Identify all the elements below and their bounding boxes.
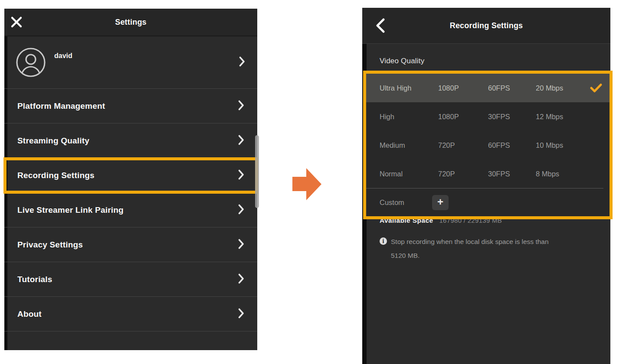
sidebar-item-live-streamer-link-pairing[interactable]: Live Streamer Link Pairing — [4, 193, 257, 228]
sidebar-item-privacy-settings[interactable]: Privacy Settings — [4, 228, 257, 262]
quality-row-custom: Custom + — [366, 188, 603, 217]
note-text: Stop recording when the local disk space… — [391, 237, 549, 260]
quality-name: Medium — [380, 141, 438, 150]
settings-panel: Settings david Platform Management Strea… — [4, 9, 257, 350]
quality-fps: 60FPS — [488, 84, 536, 92]
quality-resolution: 1080P — [438, 113, 488, 121]
sidebar-item-about[interactable]: About — [4, 297, 257, 332]
close-button[interactable] — [4, 9, 29, 36]
recording-settings-panel: Recording Settings Video Quality Ultra H… — [362, 8, 610, 364]
quality-name: Normal — [380, 170, 438, 178]
quality-bitrate: 8 Mbps — [536, 170, 590, 178]
chevron-right-icon — [238, 169, 244, 182]
sidebar-item-streaming-quality[interactable]: Streaming Quality — [4, 124, 257, 158]
settings-header: Settings — [4, 9, 257, 36]
flow-arrow — [291, 167, 324, 202]
sidebar-item-tutorials[interactable]: Tutorials — [4, 262, 257, 297]
chevron-right-icon — [238, 135, 244, 147]
video-quality-section-label: Video Quality — [362, 57, 610, 65]
note-line-2: 5120 MB. — [391, 251, 549, 260]
menu-item-label: Privacy Settings — [17, 240, 83, 250]
back-button[interactable] — [368, 12, 393, 39]
selected-check-icon — [590, 83, 602, 93]
chevron-right-icon — [238, 204, 244, 216]
chevron-right-icon — [238, 100, 244, 112]
quality-resolution: 1080P — [438, 84, 488, 92]
menu-item-label: Live Streamer Link Pairing — [17, 205, 124, 215]
quality-fps: 60FPS — [488, 141, 536, 150]
scrollbar-thumb[interactable] — [255, 135, 259, 208]
sidebar-item-recording-settings[interactable]: Recording Settings — [4, 158, 257, 193]
add-custom-quality-button[interactable]: + — [432, 195, 449, 210]
chevron-right-icon — [239, 56, 245, 68]
plus-icon: + — [437, 195, 443, 209]
user-avatar-icon — [15, 47, 46, 78]
chevron-right-icon — [238, 273, 244, 286]
quality-row-normal[interactable]: Normal 720P 30FPS 8 Mbps — [366, 159, 610, 188]
quality-resolution: 720P — [438, 170, 488, 178]
profile-row[interactable]: david — [4, 36, 257, 89]
quality-fps: 30FPS — [488, 113, 536, 121]
recording-settings-header: Recording Settings — [362, 8, 610, 44]
quality-bitrate: 20 Mbps — [536, 84, 590, 92]
quality-resolution: 720P — [438, 141, 488, 150]
info-icon — [380, 237, 387, 245]
quality-row-ultra-high[interactable]: Ultra High 1080P 60FPS 20 Mbps — [366, 74, 610, 102]
disk-space-note: Stop recording when the local disk space… — [362, 237, 610, 260]
menu-item-label: Tutorials — [17, 275, 52, 284]
menu-item-label: Recording Settings — [17, 171, 95, 180]
quality-bitrate: 12 Mbps — [536, 113, 590, 121]
quality-name: High — [380, 113, 438, 121]
quality-fps: 30FPS — [488, 170, 536, 178]
chevron-right-icon — [238, 239, 244, 251]
note-line-1: Stop recording when the local disk space… — [391, 238, 549, 245]
quality-name: Ultra High — [380, 84, 438, 92]
back-chevron-icon — [375, 18, 386, 33]
recording-settings-title: Recording Settings — [362, 21, 610, 30]
quality-row-high[interactable]: High 1080P 30FPS 12 Mbps — [366, 102, 610, 131]
quality-row-medium[interactable]: Medium 720P 60FPS 10 Mbps — [366, 131, 610, 159]
menu-item-label: Streaming Quality — [17, 136, 89, 146]
profile-username: david — [54, 52, 72, 60]
menu-item-label: About — [17, 309, 42, 319]
custom-label: Custom — [380, 198, 432, 207]
sidebar-item-platform-management[interactable]: Platform Management — [4, 89, 257, 124]
quality-bitrate: 10 Mbps — [536, 141, 590, 150]
chevron-right-icon — [238, 308, 244, 320]
video-quality-table: Ultra High 1080P 60FPS 20 Mbps High 1080… — [363, 71, 613, 219]
settings-title: Settings — [4, 18, 257, 27]
close-icon — [10, 15, 23, 29]
menu-item-label: Platform Management — [17, 101, 105, 111]
